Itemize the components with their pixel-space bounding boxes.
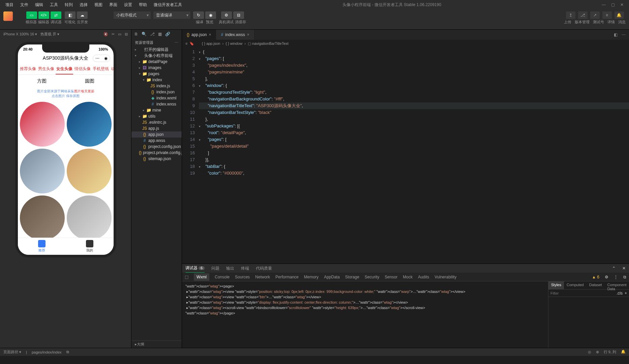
debugger-tab[interactable]: 调试器 6 bbox=[185, 264, 205, 273]
tree-item[interactable]: JS.eslintrc.js bbox=[131, 119, 182, 125]
editor-tab[interactable]: #index.wxss× bbox=[216, 30, 254, 40]
avatar-image[interactable] bbox=[67, 195, 112, 240]
menu-item[interactable]: 项目 bbox=[3, 1, 16, 9]
device-selector[interactable]: iPhone X 100% 16 ▾ bbox=[3, 32, 37, 36]
tree-item[interactable]: ▾头像小程序前端 bbox=[131, 53, 182, 59]
popout-icon[interactable]: ⧉ bbox=[623, 275, 626, 279]
tree-item[interactable]: #app.wxss bbox=[131, 138, 182, 144]
tree-item[interactable]: JSindex.js bbox=[131, 83, 182, 89]
debugger-tab[interactable]: 输出 bbox=[226, 264, 234, 273]
sim-icon[interactable]: ⊟ bbox=[125, 32, 128, 36]
editor-button[interactable]: </> bbox=[38, 11, 49, 19]
minimize-icon[interactable]: — bbox=[602, 2, 606, 7]
phone-capsule[interactable]: ⋯◉ bbox=[93, 55, 110, 62]
devtools-tab[interactable]: Mock bbox=[403, 275, 413, 279]
compile-button[interactable]: ↻ bbox=[193, 11, 204, 19]
scene-icon[interactable]: ◎ bbox=[588, 350, 591, 354]
avatar-image[interactable] bbox=[20, 149, 65, 193]
tree-item[interactable]: {}index.json bbox=[131, 89, 182, 95]
menu-item[interactable]: 转到 bbox=[62, 1, 76, 9]
debugger-tab[interactable]: 终端 bbox=[241, 264, 249, 273]
menu-item[interactable]: 视图 bbox=[92, 1, 105, 9]
devtools-tab[interactable]: Network bbox=[255, 275, 270, 279]
devtools-tab[interactable]: Wxml bbox=[194, 273, 209, 281]
realdevice-button[interactable]: ⚙ bbox=[221, 11, 232, 19]
category-tab[interactable]: 男生头像 bbox=[37, 64, 55, 74]
debugger-tab[interactable]: 代码质量 bbox=[256, 264, 272, 273]
search-icon[interactable]: 🔍 bbox=[142, 32, 147, 36]
menu-item[interactable]: 工具 bbox=[47, 1, 61, 9]
devtools-tab[interactable]: Memory bbox=[304, 275, 319, 279]
link-icon[interactable]: 🔗 bbox=[165, 32, 170, 36]
devtools-tab[interactable]: Audits bbox=[418, 275, 429, 279]
debugger-tab[interactable]: 问题 bbox=[211, 264, 219, 273]
devtools-tab[interactable]: Sensor bbox=[385, 275, 397, 279]
tree-item[interactable]: ◆index.wxml bbox=[131, 95, 182, 101]
cloud-button[interactable]: ☁ bbox=[77, 11, 88, 19]
cls-toggle[interactable]: .cls bbox=[617, 291, 623, 296]
preview-button[interactable]: ◉ bbox=[205, 11, 216, 19]
menu-item[interactable]: 帮助 bbox=[136, 1, 150, 9]
devtools-tab[interactable]: Vulnerability bbox=[435, 275, 456, 279]
tree-item[interactable]: ▾📁index bbox=[131, 77, 182, 83]
copy-icon[interactable]: ⧉ bbox=[66, 350, 69, 354]
upload-button[interactable]: ↥ bbox=[566, 11, 575, 19]
tree-item[interactable]: {}sitemap.json bbox=[131, 156, 182, 162]
menu-item[interactable]: 编辑 bbox=[32, 1, 46, 9]
maximize-icon[interactable]: ▢ bbox=[611, 2, 615, 7]
avatar-image[interactable] bbox=[20, 102, 65, 147]
test-button[interactable]: ↗ bbox=[590, 11, 600, 19]
category-tab[interactable]: 动漫头像 bbox=[110, 64, 114, 74]
add-style-icon[interactable]: + bbox=[625, 291, 627, 296]
tree-item[interactable]: ▾📁pages bbox=[131, 71, 182, 77]
tree-item[interactable]: {}project.config.json bbox=[131, 144, 182, 150]
styles-tab[interactable]: Computed bbox=[564, 281, 587, 289]
details-button[interactable]: ≡ bbox=[602, 11, 612, 19]
devtools-tab[interactable]: Security bbox=[365, 275, 379, 279]
clearcache-button[interactable]: ⊟ bbox=[233, 11, 244, 19]
message-button[interactable]: 🔔 bbox=[615, 11, 624, 19]
debugger-button[interactable]: ⇄ bbox=[51, 11, 61, 19]
category-tab[interactable]: 女生头像 bbox=[56, 64, 73, 74]
sim-icon[interactable]: ✂ bbox=[112, 32, 115, 36]
git-icon[interactable]: ⎇ bbox=[150, 32, 155, 36]
category-tab[interactable]: 手机壁纸 bbox=[92, 64, 110, 74]
explorer-icon[interactable]: 🗎 bbox=[134, 32, 138, 36]
devtools-tab[interactable]: AppData bbox=[324, 275, 340, 279]
close-icon[interactable]: ✕ bbox=[622, 266, 626, 271]
tree-item[interactable]: ▸📁detailPage bbox=[131, 59, 182, 65]
menu-item[interactable]: 设置 bbox=[121, 1, 135, 9]
tree-item[interactable]: ▸🖼images bbox=[131, 65, 182, 71]
category-tab[interactable]: 推荐头像 bbox=[19, 64, 37, 74]
subtab-square[interactable]: 方图 bbox=[18, 75, 66, 88]
tree-item[interactable]: {}app.json bbox=[131, 131, 182, 138]
close-tab-icon[interactable]: × bbox=[209, 32, 211, 37]
compile-dropdown[interactable]: 普通编译 bbox=[153, 11, 190, 19]
visual-button[interactable]: ◧ bbox=[65, 11, 76, 19]
devtools-tab[interactable]: Console bbox=[215, 275, 230, 279]
ext-icon[interactable]: ▦ bbox=[158, 32, 162, 36]
page-path-label[interactable]: 页面路径 ▾ bbox=[3, 350, 21, 355]
sim-icon[interactable]: 🔇 bbox=[103, 32, 108, 36]
breadcrumb[interactable]: ≡🔖 { } app.json› { } window› ▢ navigatio… bbox=[182, 40, 629, 47]
menu-item[interactable]: 文件 bbox=[18, 1, 31, 9]
close-icon[interactable]: ✕ bbox=[620, 2, 624, 7]
category-tab[interactable]: 情侣头像 bbox=[74, 64, 91, 74]
tabbar-mine[interactable]: 我的 bbox=[66, 238, 114, 255]
param-icon[interactable]: ⊕ bbox=[596, 350, 599, 354]
tree-item[interactable]: ▸📁mine bbox=[131, 107, 182, 113]
devtools-tab[interactable]: Sources bbox=[235, 275, 250, 279]
wxml-tree[interactable]: "wattr">class="wtag"><page> ▸"wattr">cla… bbox=[182, 281, 548, 348]
devtools-tab[interactable]: Storage bbox=[345, 275, 359, 279]
inspect-icon[interactable]: ⬚ bbox=[185, 275, 188, 279]
code-editor[interactable]: 12345678910111213141516171819 ▾{▾ "pages… bbox=[182, 47, 629, 264]
more-icon[interactable]: ⋯ bbox=[622, 32, 626, 37]
avatar-image[interactable] bbox=[67, 149, 112, 193]
styles-filter-input[interactable] bbox=[550, 291, 615, 295]
tabbar-recommend[interactable]: 推荐 bbox=[18, 238, 66, 255]
more-icon[interactable]: ⋮ bbox=[614, 275, 618, 279]
tree-item[interactable]: {}project.private.config.js... bbox=[131, 150, 182, 156]
mode-dropdown[interactable]: 小程序模式 bbox=[114, 11, 151, 19]
version-button[interactable]: ⎇ bbox=[578, 11, 588, 19]
menu-item[interactable]: 选择 bbox=[77, 1, 90, 9]
